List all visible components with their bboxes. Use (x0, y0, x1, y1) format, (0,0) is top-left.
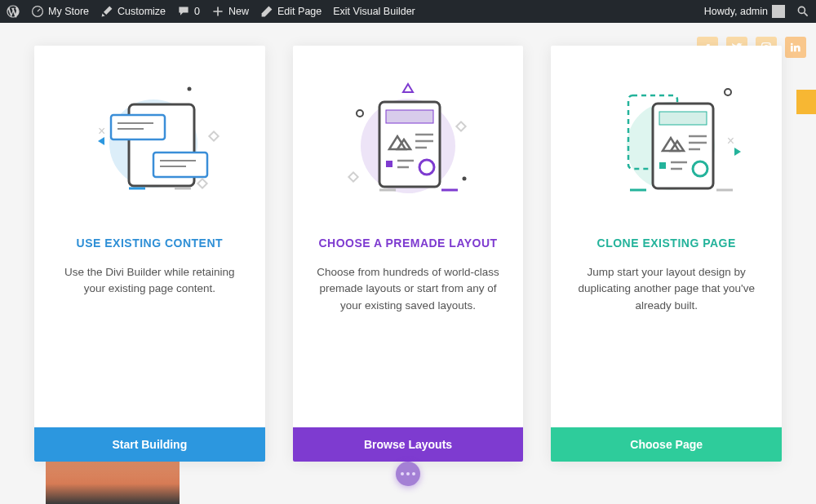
svg-point-51 (725, 89, 731, 95)
card-title: CLONE EXISTING PAGE (597, 237, 736, 250)
builder-start-modal: × USE EXISTING CONTENT Use the Divi Buil… (34, 46, 782, 462)
deco-x: × (727, 134, 734, 148)
svg-point-14 (188, 87, 192, 91)
svg-rect-15 (210, 131, 219, 140)
card-use-existing: × USE EXISTING CONTENT Use the Divi Buil… (34, 46, 265, 462)
svg-point-32 (357, 110, 363, 117)
exit-label: Exit Visual Builder (333, 6, 415, 17)
svg-marker-20 (403, 84, 413, 92)
svg-rect-34 (456, 122, 465, 130)
plus-icon (211, 5, 224, 18)
new-label: New (228, 6, 249, 17)
browse-layouts-button[interactable]: Browse Layouts (293, 427, 524, 462)
illustration-premade (326, 78, 490, 209)
svg-point-1 (798, 7, 805, 13)
comments-link[interactable]: 0 (177, 5, 200, 18)
edit-page-link[interactable]: Edit Page (260, 5, 322, 18)
svg-rect-47 (659, 162, 666, 169)
svg-rect-35 (348, 172, 357, 181)
customize-link[interactable]: Customize (100, 5, 166, 18)
site-name[interactable]: My Store (31, 5, 89, 18)
card-desc: Choose from hundreds of world-class prem… (316, 264, 501, 314)
svg-rect-7 (111, 115, 165, 139)
card-title: CHOOSE A PREMADE LAYOUT (318, 237, 497, 250)
new-link[interactable]: New (211, 5, 249, 18)
wp-logo[interactable] (7, 5, 20, 18)
dots-icon (401, 472, 415, 475)
svg-rect-41 (659, 112, 707, 125)
comment-icon (177, 5, 190, 18)
exit-visual-builder[interactable]: Exit Visual Builder (333, 6, 415, 17)
illustration-existing (68, 78, 231, 209)
linkedin-icon (785, 37, 806, 58)
card-desc: Jump start your layout design by duplica… (574, 264, 759, 314)
pencil-icon (260, 5, 273, 18)
svg-rect-10 (153, 153, 207, 177)
card-title: USE EXISTING CONTENT (77, 237, 224, 250)
comments-count: 0 (194, 6, 200, 17)
card-premade-layout: CHOOSE A PREMADE LAYOUT Choose from hund… (293, 46, 524, 462)
howdy-account[interactable]: Howdy, admin (704, 5, 785, 18)
svg-rect-22 (386, 110, 433, 123)
start-building-button[interactable]: Start Building (34, 427, 265, 462)
search-toggle[interactable] (796, 5, 809, 18)
edit-page-label: Edit Page (277, 6, 322, 17)
customize-label: Customize (118, 6, 166, 17)
illustration-clone (585, 78, 748, 209)
brush-icon (100, 5, 113, 18)
svg-rect-16 (198, 179, 207, 188)
svg-marker-52 (734, 148, 741, 156)
site-name-label: My Store (48, 6, 89, 17)
choose-page-button[interactable]: Choose Page (551, 427, 782, 462)
svg-rect-28 (386, 161, 392, 167)
deco-x: × (98, 124, 105, 139)
howdy-label: Howdy, admin (704, 6, 768, 17)
svg-point-33 (463, 177, 467, 181)
card-desc: Use the Divi Builder while retaining you… (57, 264, 242, 298)
avatar (772, 5, 785, 18)
card-clone-page: × CLONE EXISTING PA (551, 46, 782, 462)
bg-accent (796, 90, 816, 114)
search-icon (796, 5, 809, 18)
more-options-fab[interactable] (396, 462, 420, 486)
dashboard-icon (31, 5, 44, 18)
wp-admin-bar: My Store Customize 0 New Edit Page Exit … (0, 0, 816, 23)
